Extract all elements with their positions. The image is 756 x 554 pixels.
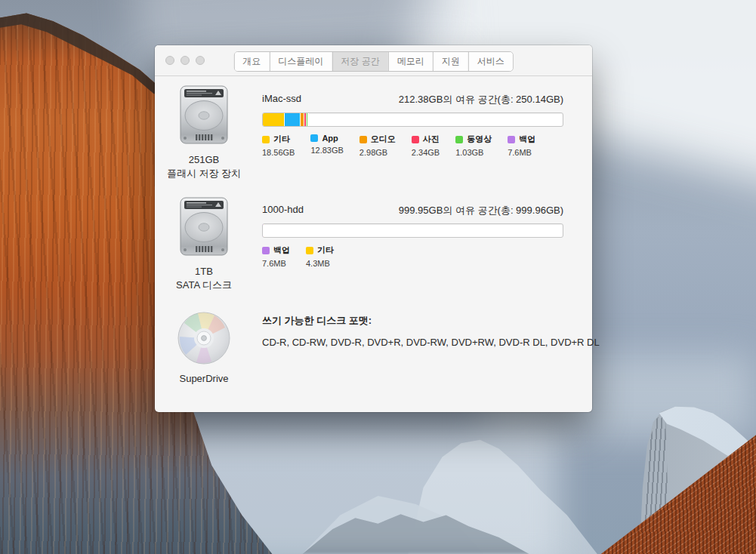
disk-type-label: 플래시 저장 장치 [162, 167, 245, 180]
disk-header: iMac-ssd 212.38GB의 여유 공간(총: 250.14GB) [262, 93, 563, 106]
superdrive-icon-column: SuperDrive [162, 309, 245, 384]
bar-segment-other [264, 224, 264, 237]
legend-item-backup: 백업7.6MB [508, 134, 535, 157]
storage-legend: 기타18.56GBApp12.83GB오디오2.98GB사진2.34GB동영상1… [262, 134, 551, 157]
tab-overview[interactable]: 개요 [234, 52, 269, 71]
legend-value: 2.98GB [359, 148, 396, 157]
tab-service[interactable]: 서비스 [468, 52, 513, 71]
tab-displays[interactable]: 디스플레이 [269, 52, 332, 71]
legend-item-photos: 사진2.34GB [412, 134, 440, 157]
legend-label: 기타 [317, 245, 334, 256]
legend-color-swatch [508, 136, 515, 143]
legend-color-swatch [455, 136, 463, 143]
about-this-mac-window: 개요디스플레이저장 공간메모리지원서비스 251GB 플래시 저장 장치 iMa… [155, 45, 592, 412]
legend-item-audio: 오디오2.98GB [359, 134, 396, 157]
bar-segment-backup [308, 113, 309, 126]
superdrive-name: SuperDrive [162, 373, 245, 384]
legend-color-swatch [359, 136, 367, 143]
disk-capacity-label: 1TB [162, 266, 245, 277]
minimize-button[interactable] [181, 56, 190, 65]
legend-color-swatch [262, 247, 270, 254]
legend-label: 백업 [273, 245, 290, 256]
tab-memory[interactable]: 메모리 [388, 52, 433, 71]
storage-usage-bar [262, 112, 563, 127]
legend-value: 7.6MB [508, 148, 535, 157]
disk-icon-column: 1TB SATA 디스크 [162, 195, 245, 292]
legend-item-other: 기타4.3MB [306, 245, 334, 268]
legend-value: 2.34GB [412, 148, 440, 157]
disk-type-label: SATA 디스크 [162, 279, 245, 292]
internal-hard-disk-icon [177, 195, 230, 260]
tab-bar: 개요디스플레이저장 공간메모리지원서비스 [233, 51, 513, 72]
legend-label: 동영상 [467, 134, 492, 145]
legend-value: 1.03GB [455, 148, 492, 157]
legend-item-other: 기타18.56GB [262, 134, 295, 157]
legend-color-swatch [412, 136, 419, 143]
legend-label: App [322, 134, 338, 143]
legend-value: 12.83GB [310, 146, 343, 155]
legend-label: 기타 [273, 134, 290, 145]
legend-label: 백업 [519, 134, 535, 145]
bar-segment-app [285, 113, 300, 126]
legend-item-app: App12.83GB [310, 134, 343, 157]
traffic-lights [165, 56, 205, 65]
storage-usage-bar [262, 223, 563, 238]
legend-value: 18.56GB [262, 148, 295, 157]
legend-color-swatch [262, 136, 270, 143]
storage-legend: 백업7.6MB기타4.3MB [262, 245, 350, 268]
internal-hard-disk-icon [177, 83, 230, 148]
disk-name: 1000-hdd [262, 204, 304, 215]
legend-item-movies: 동영상1.03GB [455, 134, 492, 157]
disk-icon-column: 251GB 플래시 저장 장치 [162, 83, 245, 180]
bar-segment-other [263, 113, 285, 126]
legend-label: 오디오 [371, 134, 396, 145]
legend-color-swatch [306, 247, 313, 254]
writable-formats-list: CD-R, CD-RW, DVD-R, DVD+R, DVD-RW, DVD+R… [262, 337, 600, 348]
optical-disc-icon [175, 309, 233, 367]
legend-label: 사진 [423, 134, 440, 145]
legend-item-backup: 백업7.6MB [262, 245, 290, 268]
legend-color-swatch [310, 134, 318, 142]
legend-value: 7.6MB [262, 259, 290, 268]
disk-name: iMac-ssd [262, 93, 301, 104]
tab-support[interactable]: 지원 [433, 52, 468, 71]
writable-formats-title: 쓰기 가능한 디스크 포맷: [262, 314, 372, 328]
tab-storage[interactable]: 저장 공간 [332, 52, 387, 71]
disk-capacity-label: 251GB [162, 154, 245, 165]
zoom-button[interactable] [196, 56, 205, 65]
disk-header: 1000-hdd 999.95GB의 여유 공간(총: 999.96GB) [262, 204, 563, 217]
free-space-text: 212.38GB의 여유 공간(총: 250.14GB) [399, 93, 563, 106]
legend-value: 4.3MB [306, 259, 334, 268]
close-button[interactable] [165, 56, 174, 65]
free-space-text: 999.95GB의 여유 공간(총: 999.96GB) [399, 204, 563, 217]
window-titlebar[interactable]: 개요디스플레이저장 공간메모리지원서비스 [155, 45, 592, 76]
